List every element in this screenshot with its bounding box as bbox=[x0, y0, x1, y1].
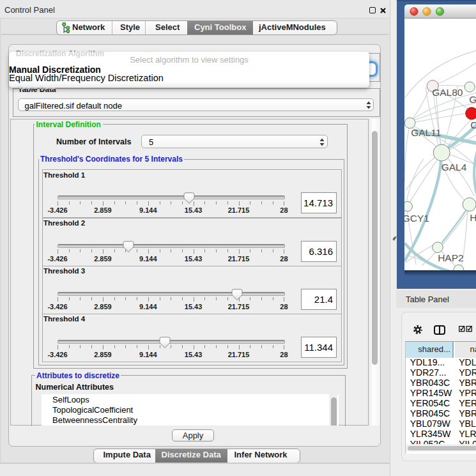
svg-text:GAL4: GAL4 bbox=[441, 161, 466, 172]
svg-text:GAL80: GAL80 bbox=[432, 87, 463, 98]
svg-text:GAL: GAL bbox=[469, 94, 476, 105]
svg-text:CDC: CDC bbox=[470, 119, 476, 130]
svg-text:GAL11: GAL11 bbox=[411, 127, 441, 138]
svg-text:HIS: HIS bbox=[470, 212, 476, 223]
svg-text:HAP2: HAP2 bbox=[438, 252, 463, 263]
svg-text:GCY1: GCY1 bbox=[404, 212, 429, 223]
